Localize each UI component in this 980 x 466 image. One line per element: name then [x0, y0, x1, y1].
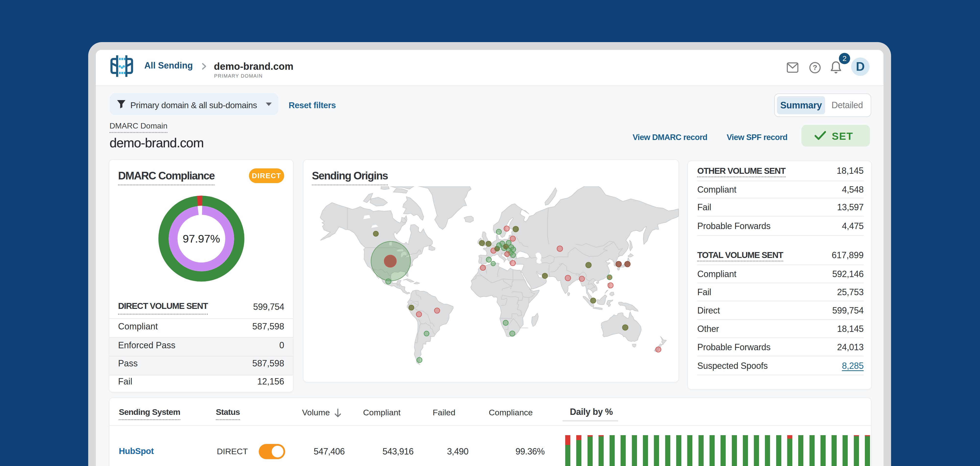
svg-text:?: ? [813, 63, 817, 71]
svg-text:97.97%: 97.97% [183, 233, 220, 245]
